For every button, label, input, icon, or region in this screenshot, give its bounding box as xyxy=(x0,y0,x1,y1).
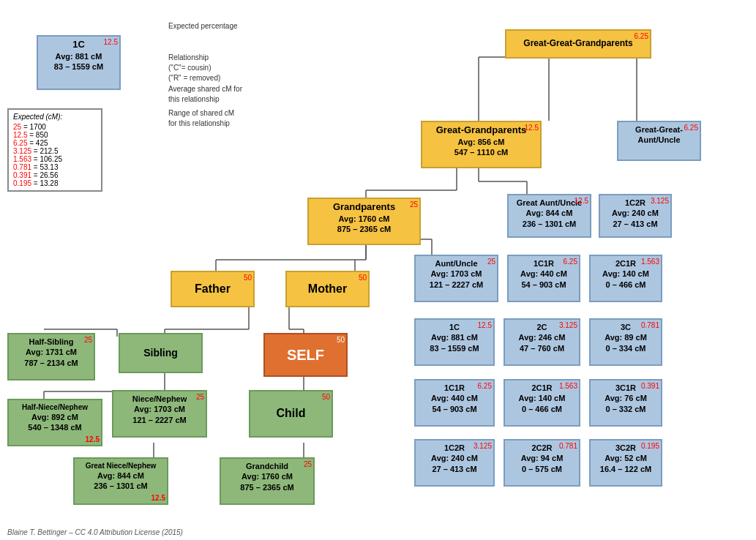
annot-avg-cm: Average shared cM for this relationship xyxy=(168,84,242,105)
page: { "title": "DNA Relationship Chart", "le… xyxy=(0,0,756,540)
box-great-great-grandparents: 6.25 Great-Great-Grandparents xyxy=(505,29,651,59)
annot-relationship: Relationship ("C"= cousin) ("R" = remove… xyxy=(168,53,220,83)
legend-title: Expected (cM): xyxy=(13,113,97,121)
legend-row: 3.125 = 212.5 xyxy=(13,147,97,155)
legend-row: 12.5 = 850 xyxy=(13,131,97,139)
box-2c2r: 0.781 2C2R Avg: 94 cM 0 – 575 cM xyxy=(504,439,580,487)
box-sibling: Sibling xyxy=(119,333,203,373)
box-father: 50 Father xyxy=(171,271,255,307)
box-great-grandparents: 12.5 Great-Grandparents Avg: 856 cM 547 … xyxy=(421,121,542,168)
box-1c2r-top: 3.125 1C2R Avg: 240 cM 27 – 413 cM xyxy=(599,194,672,238)
box-3c1r: 0.391 3C1R Avg: 76 cM 0 – 332 cM xyxy=(589,379,662,427)
box-1c1r-bottom: 6.25 1C1R Avg: 440 cM 54 – 903 cM xyxy=(414,379,495,427)
box-3c: 0.781 3C Avg: 89 cM 0 – 334 cM xyxy=(589,318,662,366)
legend-row: 0.391 = 26.56 xyxy=(13,171,97,179)
box-self: 50 SELF xyxy=(263,333,348,377)
box-grandchild: 25 Grandchild Avg: 1760 cM 875 – 2365 cM xyxy=(220,457,315,505)
legend-row: 6.25 = 425 xyxy=(13,139,97,147)
box-half-sibling: 25 Half-Sibling Avg: 1731 cM 787 – 2134 … xyxy=(7,333,95,380)
box-half-niece-nephew: Half-Niece/Nephew Avg: 892 cM 540 – 1348… xyxy=(7,399,102,446)
legend-row: 25 = 1700 xyxy=(13,123,97,131)
box-1c: 12.5 1C Avg: 881 cM 83 – 1559 cM xyxy=(414,318,495,366)
box-1c1r-top: 6.25 1C1R Avg: 440 cM 54 – 903 cM xyxy=(507,255,580,302)
box-2c1r-bottom: 1.563 2C1R Avg: 140 cM 0 – 466 cM xyxy=(504,379,580,427)
annot-range-cm: Range of shared cM for this relationship xyxy=(168,108,234,129)
box-great-niece-nephew: Great Niece/Nephew Avg: 844 cM 236 – 130… xyxy=(73,457,168,505)
box-aunt-uncle: 25 Aunt/Uncle Avg: 1703 cM 121 – 2227 cM xyxy=(414,255,498,302)
legend-box: Expected (cM): 25 = 1700 12.5 = 850 6.25… xyxy=(7,108,102,192)
box-2c: 3.125 2C Avg: 246 cM 47 – 760 cM xyxy=(504,318,580,366)
annot-expected-pct: Expected percentage xyxy=(168,22,238,30)
box-3c2r: 0.195 3C2R Avg: 52 cM 16.4 – 122 cM xyxy=(589,439,662,487)
box-mother: 50 Mother xyxy=(285,271,370,307)
box-great-aunt-uncle: 12.5 Great Aunt/Uncle Avg: 844 cM 236 – … xyxy=(507,194,591,238)
box-2c1r-top: 1.563 2C1R Avg: 140 cM 0 – 466 cM xyxy=(589,255,662,302)
legend-row: 0.195 = 13.28 xyxy=(13,179,97,187)
legend-row: 0.781 = 53.13 xyxy=(13,163,97,171)
legend-row: 1.563 = 106.25 xyxy=(13,155,97,163)
box-gg-aunt-uncle: 6.25 Great-Great- Aunt/Uncle xyxy=(617,121,701,161)
footer: Blaine T. Bettinger – CC 4.0 Attribution… xyxy=(7,528,183,536)
box-1c-example: 12.5 1C Avg: 881 cM 83 – 1559 cM xyxy=(37,35,121,90)
box-grandparents: 25 Grandparents Avg: 1760 cM 875 – 2365 … xyxy=(307,198,421,245)
box-niece-nephew: 25 Niece/Nephew Avg: 1703 cM 121 – 2227 … xyxy=(112,390,207,438)
box-child: 50 Child xyxy=(249,390,333,438)
box-1c2r-bottom: 3.125 1C2R Avg: 240 cM 27 – 413 cM xyxy=(414,439,495,487)
